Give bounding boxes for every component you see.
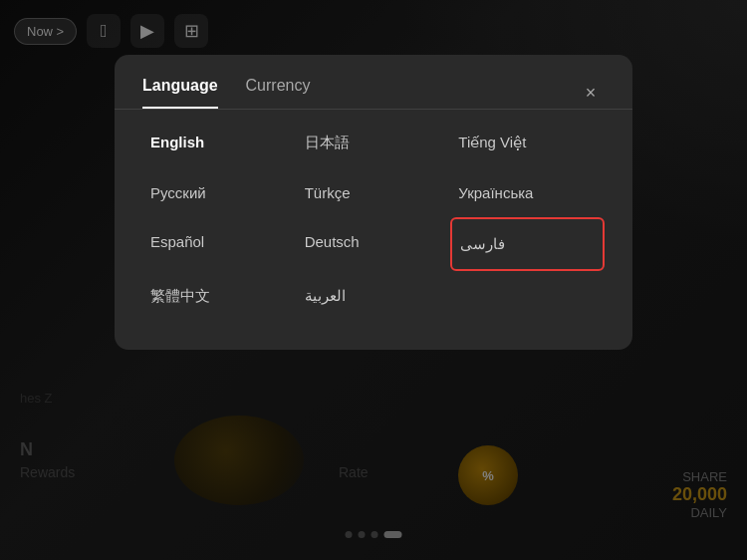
modal-header: Language Currency × bbox=[115, 55, 632, 109]
lang-chinese[interactable]: 繁體中文 bbox=[142, 271, 297, 322]
lang-turkish[interactable]: Türkçe bbox=[297, 168, 451, 217]
lang-japanese[interactable]: 日本語 bbox=[297, 118, 451, 168]
lang-vietnamese[interactable]: Tiếng Việt bbox=[450, 118, 605, 168]
modal-dialog: Language Currency × English 日本語 Tiếng Vi… bbox=[115, 55, 632, 350]
lang-empty bbox=[450, 271, 605, 322]
language-grid: English 日本語 Tiếng Việt Русский Türkçe Ук… bbox=[115, 110, 632, 350]
lang-russian[interactable]: Русский bbox=[142, 168, 297, 217]
lang-german[interactable]: Deutsch bbox=[297, 217, 451, 271]
lang-farsi[interactable]: فارسی bbox=[450, 217, 605, 271]
tab-currency[interactable]: Currency bbox=[246, 77, 311, 109]
modal-tabs: Language Currency bbox=[142, 77, 310, 109]
close-button[interactable]: × bbox=[577, 79, 605, 107]
lang-arabic[interactable]: العربية bbox=[297, 271, 451, 322]
lang-ukrainian[interactable]: Українська bbox=[450, 168, 605, 217]
tab-language[interactable]: Language bbox=[142, 77, 218, 109]
lang-spanish[interactable]: Español bbox=[142, 217, 297, 271]
lang-english[interactable]: English bbox=[142, 118, 297, 168]
